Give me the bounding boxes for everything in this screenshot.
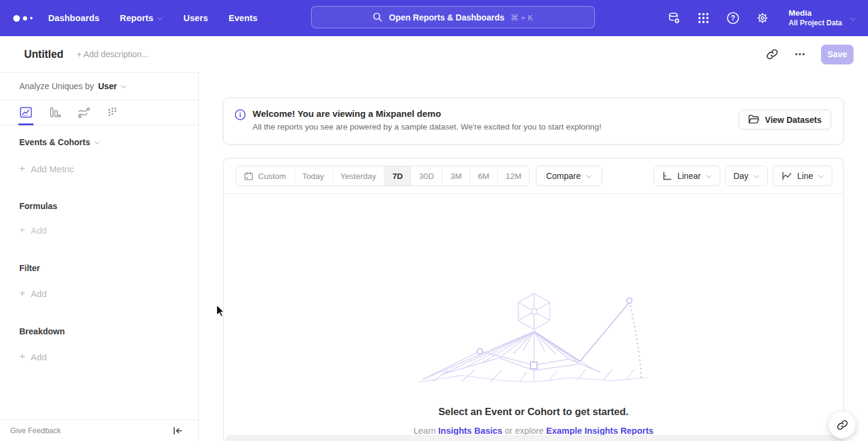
chevron-down-icon (95, 139, 100, 144)
view-datasets-button[interactable]: View Datasets (738, 110, 831, 130)
scale-selector[interactable]: Linear (653, 166, 720, 186)
banner-title: Welcome! You are viewing a Mixpanel demo (253, 108, 602, 119)
analyze-label: Analyze Uniques by (19, 81, 94, 91)
tab-scatter-chart[interactable] (106, 104, 119, 122)
line-type-icon (781, 171, 792, 181)
add-breakdown-button[interactable]: +Add (0, 351, 198, 363)
share-link-fab[interactable] (828, 411, 856, 439)
nav-events[interactable]: Events (228, 13, 257, 23)
collapsed-table-strip[interactable] (224, 435, 843, 441)
tab-line-chart[interactable] (19, 104, 33, 122)
plus-icon: + (19, 287, 25, 299)
plus-icon: + (19, 224, 25, 236)
empty-state-illustration (420, 290, 649, 384)
chart-type-selector[interactable]: Line (773, 166, 832, 186)
filter-section: Filter (0, 263, 198, 273)
chevron-down-icon (157, 14, 163, 20)
empty-state-heading: Select an Event or Cohort to get started… (224, 406, 843, 418)
svg-text:?: ? (731, 14, 735, 22)
project-switcher[interactable]: Media All Project Data (788, 8, 856, 28)
compare-button[interactable]: Compare (536, 166, 602, 186)
help-icon[interactable]: ? (726, 11, 740, 25)
tab-flow-chart[interactable] (77, 104, 90, 122)
range-30d[interactable]: 30D (411, 166, 442, 186)
range-12m[interactable]: 12M (498, 166, 529, 186)
range-7d[interactable]: 7D (385, 166, 411, 186)
link-icon (837, 419, 848, 431)
empty-chart-area: Select an Event or Cohort to get started… (224, 194, 843, 441)
give-feedback-link[interactable]: Give Feedback (10, 427, 61, 435)
calendar-icon (244, 172, 253, 181)
events-cohorts-section[interactable]: Events & Cohorts (0, 137, 198, 147)
chevron-down-icon (121, 83, 127, 88)
nav-reports[interactable]: Reports (120, 13, 163, 23)
range-yesterday[interactable]: Yesterday (333, 166, 385, 186)
search-shortcut: ⌘ + K (511, 13, 533, 22)
analyze-by-selector[interactable]: User (98, 81, 127, 91)
example-insights-reports-link[interactable]: Example Insights Reports (546, 426, 653, 436)
search-icon (373, 12, 383, 22)
plus-icon: + (19, 163, 25, 175)
line-chart-icon (20, 107, 32, 118)
range-6m[interactable]: 6M (470, 166, 498, 186)
info-icon (234, 109, 246, 120)
report-header: Untitled + Add description... Save (0, 36, 868, 72)
tab-bar-chart[interactable] (48, 104, 61, 122)
nav-users[interactable]: Users (183, 13, 208, 23)
interval-selector[interactable]: Day (725, 166, 768, 186)
chevron-down-icon (587, 172, 592, 178)
global-search[interactable]: Open Reports & Dashboards ⌘ + K (311, 6, 595, 28)
add-formula-button[interactable]: +Add (0, 224, 198, 236)
collapse-sidebar-icon[interactable] (173, 427, 183, 435)
plus-icon: + (19, 351, 25, 363)
range-3m[interactable]: 3M (442, 166, 470, 186)
formulas-section: Formulas (0, 201, 198, 211)
chevron-down-icon (819, 172, 824, 178)
range-today[interactable]: Today (295, 166, 333, 186)
breakdown-section: Breakdown (0, 327, 198, 336)
report-description-placeholder[interactable]: + Add description... (77, 49, 148, 59)
data-management-icon[interactable] (667, 11, 681, 25)
chevron-down-icon (754, 172, 760, 178)
nav-dashboards[interactable]: Dashboards (48, 13, 99, 23)
project-scope: All Project Data (788, 19, 842, 28)
linear-scale-icon (662, 171, 672, 181)
save-button[interactable]: Save (821, 45, 854, 64)
folder-icon (748, 114, 760, 125)
add-filter-button[interactable]: +Add (0, 287, 198, 299)
flow-icon (78, 107, 90, 118)
query-builder-sidebar: Analyze Uniques by User Events & Cohorts… (0, 72, 199, 441)
mixpanel-logo-icon[interactable] (13, 15, 41, 22)
report-title[interactable]: Untitled (24, 48, 63, 61)
apps-grid-icon[interactable] (696, 11, 711, 25)
welcome-banner: Welcome! You are viewing a Mixpanel demo… (223, 98, 844, 145)
report-card: Custom Today Yesterday 7D 30D 3M 6M 12M … (223, 158, 844, 441)
empty-state-subtext: Learn Insights Basics or explore Example… (224, 426, 843, 436)
mixpanel-insights-page: Dashboards Reports Users Events Open Rep… (0, 0, 868, 441)
chevron-down-icon (851, 15, 856, 20)
settings-gear-icon[interactable] (755, 11, 770, 25)
search-label: Open Reports & Dashboards (389, 13, 504, 22)
add-metric-button[interactable]: +Add Metric (0, 163, 198, 175)
scatter-icon (107, 107, 119, 118)
bar-chart-icon (49, 107, 61, 118)
copy-link-icon[interactable] (766, 48, 779, 61)
range-custom[interactable]: Custom (236, 166, 295, 186)
date-range-control: Custom Today Yesterday 7D 30D 3M 6M 12M (236, 166, 530, 186)
insights-basics-link[interactable]: Insights Basics (438, 426, 502, 436)
visualization-tabs (0, 100, 198, 125)
top-nav: Dashboards Reports Users Events Open Rep… (0, 0, 868, 36)
project-name: Media (788, 8, 842, 19)
chevron-down-icon (706, 172, 712, 178)
banner-body: All the reports you see are powered by a… (253, 122, 602, 131)
more-options-icon[interactable] (793, 48, 807, 61)
chart-controls: Custom Today Yesterday 7D 30D 3M 6M 12M … (224, 158, 843, 194)
